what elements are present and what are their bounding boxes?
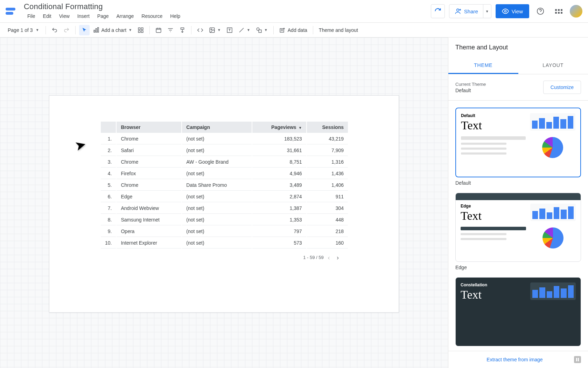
- cell-index: 10.: [101, 238, 116, 248]
- extract-theme-button[interactable]: Extract theme from image: [455, 357, 574, 362]
- cell-index: 2.: [101, 145, 116, 156]
- theme-layout-button[interactable]: Theme and layout: [317, 25, 360, 35]
- menu-arrange[interactable]: Arrange: [113, 12, 138, 20]
- svg-rect-11: [181, 28, 184, 29]
- theme-layout-label: Theme and layout: [319, 27, 358, 33]
- cell-sessions: 1,406: [307, 180, 348, 191]
- line-button[interactable]: ▼: [236, 25, 252, 35]
- help-button[interactable]: [533, 4, 547, 18]
- cell-browser: Android Webview: [117, 203, 181, 214]
- cell-browser: Edge: [117, 191, 181, 202]
- page-selector[interactable]: Page 1 of 3 ▼: [5, 27, 42, 33]
- eye-icon: [502, 8, 509, 15]
- cell-pageviews: 797: [252, 226, 306, 237]
- svg-rect-8: [138, 30, 140, 32]
- add-data-button[interactable]: Add data: [277, 25, 309, 35]
- cell-sessions: 448: [307, 214, 348, 225]
- theme-card-default[interactable]: Default Text: [455, 108, 581, 177]
- cell-index: 1.: [101, 134, 116, 144]
- cell-browser: Opera: [117, 226, 181, 237]
- table-row[interactable]: 1. Chrome (not set) 183,523 43,219: [101, 134, 348, 144]
- refresh-icon: [434, 8, 441, 15]
- embed-button[interactable]: [195, 25, 205, 35]
- menu-help[interactable]: Help: [167, 12, 184, 20]
- cell-pageviews: 573: [252, 238, 306, 248]
- redo-icon: [63, 27, 70, 33]
- cell-index: 5.: [101, 180, 116, 191]
- cell-pageviews: 31,661: [252, 145, 306, 156]
- data-control-button[interactable]: [177, 25, 188, 35]
- theme-preview-pie: [542, 137, 563, 158]
- theme-list[interactable]: Default Text Default: [448, 101, 588, 351]
- community-viz-button[interactable]: [135, 25, 146, 35]
- panel-tabs: THEME LAYOUT: [448, 57, 588, 74]
- refresh-button[interactable]: [431, 4, 445, 18]
- theme-card-edge[interactable]: Edge Text: [455, 193, 581, 262]
- date-range-button[interactable]: [153, 25, 164, 35]
- table-row[interactable]: 3. Chrome AW - Google Brand 8,751 1,316: [101, 157, 348, 168]
- pause-button[interactable]: [574, 356, 581, 363]
- cell-campaign: (not set): [182, 226, 252, 237]
- menu-edit[interactable]: Edit: [40, 12, 55, 20]
- select-tool[interactable]: [79, 25, 90, 35]
- apps-button[interactable]: [552, 4, 566, 18]
- menu-page[interactable]: Page: [94, 12, 112, 20]
- report-canvas[interactable]: Browser Campaign Pageviews▼ Sessions 1. …: [49, 95, 399, 313]
- add-data-icon: [279, 27, 286, 33]
- current-theme-section: Current Theme Default Customize: [448, 74, 588, 101]
- theme-name-default: Default: [455, 180, 581, 186]
- cell-pageviews: 1,387: [252, 203, 306, 214]
- table-row[interactable]: 9. Opera (not set) 797 218: [101, 226, 348, 237]
- table-row[interactable]: 2. Safari (not set) 31,661 7,909: [101, 145, 348, 156]
- col-campaign[interactable]: Campaign: [182, 122, 252, 133]
- table-row[interactable]: 10. Internet Explorer (not set) 573 160: [101, 238, 348, 248]
- canvas-area[interactable]: ➤ Browser Campaign Pageviews▼ Sessions 1…: [0, 38, 448, 368]
- share-button[interactable]: Share: [449, 5, 483, 18]
- page-next-button[interactable]: ›: [337, 254, 339, 261]
- panel-bottom-bar: Extract theme from image: [448, 351, 588, 368]
- view-button[interactable]: View: [496, 4, 529, 18]
- col-browser[interactable]: Browser: [117, 122, 181, 133]
- table-row[interactable]: 5. Chrome Data Share Promo 3,489 1,406: [101, 180, 348, 191]
- menu-insert[interactable]: Insert: [74, 12, 93, 20]
- document-title[interactable]: Conditional Formatting: [24, 2, 431, 11]
- col-index[interactable]: [101, 122, 116, 133]
- chevron-down-icon: ▼: [36, 28, 39, 32]
- redo-button[interactable]: [61, 25, 72, 35]
- menu-view[interactable]: View: [56, 12, 73, 20]
- cell-campaign: (not set): [182, 214, 252, 225]
- theme-card-constellation[interactable]: Constellation Text: [455, 277, 581, 346]
- svg-point-1: [504, 11, 506, 12]
- add-chart-button[interactable]: Add a chart ▼: [91, 25, 134, 35]
- workspace: ➤ Browser Campaign Pageviews▼ Sessions 1…: [0, 38, 588, 368]
- table-row[interactable]: 4. Firefox (not set) 4,946 1,436: [101, 168, 348, 179]
- theme-name-edge: Edge: [455, 265, 581, 270]
- cell-sessions: 160: [307, 238, 348, 248]
- menu-resource[interactable]: Resource: [138, 12, 166, 20]
- shape-button[interactable]: ▼: [254, 25, 270, 35]
- svg-rect-7: [141, 28, 143, 29]
- menu-file[interactable]: File: [24, 12, 39, 20]
- undo-button[interactable]: [49, 25, 60, 35]
- shape-icon: [256, 27, 262, 33]
- filter-control-button[interactable]: [165, 25, 176, 35]
- table-row[interactable]: 6. Edge (not set) 2,874 911: [101, 191, 348, 202]
- view-label: View: [512, 8, 523, 14]
- table-row[interactable]: 8. Samsung Internet (not set) 1,353 448: [101, 214, 348, 225]
- image-button[interactable]: ▼: [207, 25, 223, 35]
- col-sessions[interactable]: Sessions: [307, 122, 348, 133]
- data-table[interactable]: Browser Campaign Pageviews▼ Sessions 1. …: [100, 121, 349, 249]
- cell-index: 8.: [101, 214, 116, 225]
- undo-icon: [51, 27, 58, 33]
- table-row[interactable]: 7. Android Webview (not set) 1,387 304: [101, 203, 348, 214]
- user-avatar[interactable]: [570, 5, 582, 18]
- page-prev-button[interactable]: ‹: [328, 254, 330, 261]
- customize-button[interactable]: Customize: [543, 81, 581, 94]
- share-dropdown[interactable]: ▼: [483, 5, 491, 18]
- tab-layout[interactable]: LAYOUT: [518, 57, 588, 74]
- svg-rect-4: [96, 28, 97, 32]
- col-pageviews[interactable]: Pageviews▼: [252, 122, 306, 133]
- text-button[interactable]: [224, 25, 235, 35]
- chevron-down-icon: ▼: [264, 28, 268, 32]
- tab-theme[interactable]: THEME: [448, 57, 518, 74]
